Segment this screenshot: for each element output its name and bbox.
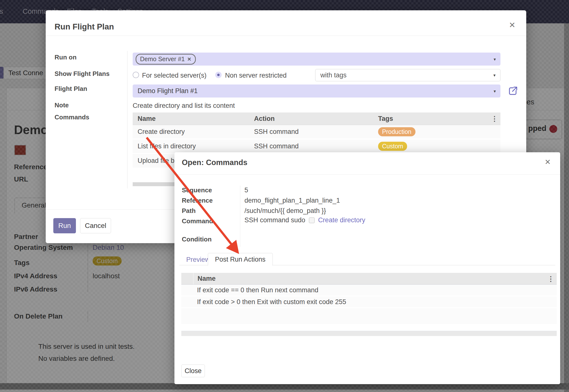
cell-name: List files in directory xyxy=(133,142,254,150)
commands-modal-title: Open: Commands xyxy=(182,158,247,167)
table-header-row: Name ⋮ xyxy=(181,273,557,285)
cell-name: If exit code > 0 then Exit with custom e… xyxy=(181,298,346,306)
cell-tags: Production xyxy=(378,127,486,136)
value-reference: demo_flight_plan_1_plan_line_1 xyxy=(244,197,340,204)
run-on-server-tag-label: Demo Server #1 xyxy=(140,56,185,63)
create-directory-checkbox[interactable] xyxy=(309,217,315,223)
column-header-tags[interactable]: Tags xyxy=(378,115,486,123)
radio-non-server-restricted-label[interactable]: Non server restricted xyxy=(225,72,287,79)
cell-action: SSH command xyxy=(254,128,378,136)
flight-plan-value: Demo Flight Plan #1 xyxy=(138,87,198,95)
table-row[interactable]: Create directory SSH command Production xyxy=(133,125,500,140)
post-run-actions-table: Name ⋮ If exit code == 0 then Run next c… xyxy=(181,273,557,325)
external-link-icon[interactable] xyxy=(507,85,518,97)
label-commands: Commands xyxy=(55,113,89,121)
run-modal-header-divider xyxy=(46,36,526,36)
run-modal-close-icon[interactable]: ✕ xyxy=(509,21,515,29)
with-tags-select[interactable]: with tags ▼ xyxy=(315,69,500,81)
tag-remove-icon[interactable]: ✕ xyxy=(187,56,191,62)
run-on-select[interactable]: Demo Server #1 ✕ ▼ xyxy=(133,53,500,66)
column-header-action[interactable]: Action xyxy=(254,115,378,123)
table-options-icon[interactable]: ⋮ xyxy=(547,275,554,283)
column-header-name[interactable]: Name xyxy=(133,115,254,123)
flight-plan-note-text: Create directory and list its content xyxy=(133,102,235,110)
table-header-row: Name Action Tags ⋮ xyxy=(133,112,500,125)
tab-preview[interactable]: Preview xyxy=(186,256,210,264)
open-commands-modal: Open: Commands ✕ Sequence 5 Reference de… xyxy=(174,152,560,384)
table-options-icon[interactable]: ⋮ xyxy=(491,115,498,123)
commands-modal-close-icon[interactable]: ✕ xyxy=(545,158,551,166)
cell-action: SSH command xyxy=(254,142,378,150)
label-flight-plan: Flight Plan xyxy=(55,85,87,93)
label-sequence: Sequence xyxy=(182,186,212,194)
cell-tags: Custom xyxy=(378,142,486,151)
radio-non-server-restricted[interactable] xyxy=(215,72,222,78)
radio-for-selected-servers[interactable] xyxy=(133,72,139,78)
label-note: Note xyxy=(55,101,69,109)
column-header-name[interactable]: Name xyxy=(194,275,216,282)
tab-post-run-actions[interactable]: Post Run Actions xyxy=(208,253,273,266)
cell-name: If exit code == 0 then Run next command xyxy=(181,286,318,294)
cell-name: Create directory xyxy=(133,128,254,136)
label-condition: Condition xyxy=(182,236,212,243)
table-row[interactable]: If exit code == 0 then Run next command xyxy=(181,285,557,296)
flight-plan-select[interactable]: Demo Flight Plan #1 ▼ xyxy=(133,84,500,98)
run-button[interactable]: Run xyxy=(53,218,76,233)
table-row[interactable]: List files in directory SSH command Cust… xyxy=(133,140,500,154)
run-modal-title: Run Flight Plan xyxy=(55,22,114,31)
form-label-divider xyxy=(127,51,128,188)
commands-label-divider xyxy=(240,185,240,247)
commands-modal-header-divider xyxy=(174,174,560,175)
cancel-button[interactable]: Cancel xyxy=(80,218,111,233)
screen: vers Commands Files Tools Settings Test … xyxy=(0,0,569,392)
tab-post-run-actions-label: Post Run Actions xyxy=(215,256,266,263)
label-path: Path xyxy=(182,207,196,215)
chevron-down-icon[interactable]: ▼ xyxy=(493,57,497,61)
tag-production: Production xyxy=(378,127,415,136)
label-run-on: Run on xyxy=(55,54,77,61)
label-show-flight-plans: Show Flight Plans xyxy=(55,70,110,78)
horizontal-scrollbar[interactable] xyxy=(181,331,557,336)
command-row: SSH command sudo Create directory xyxy=(244,216,365,224)
value-path: /such/much/{{ demo_path }} xyxy=(244,207,326,215)
horizontal-scrollbar[interactable] xyxy=(133,182,174,186)
chevron-down-icon[interactable]: ▼ xyxy=(493,89,497,93)
with-tags-value: with tags xyxy=(320,71,347,79)
tag-custom: Custom xyxy=(378,142,407,151)
table-row[interactable]: If exit code > 0 then Exit with custom e… xyxy=(181,296,557,308)
selector-column xyxy=(181,273,194,284)
label-command: Command xyxy=(182,217,213,225)
run-on-server-tag[interactable]: Demo Server #1 ✕ xyxy=(136,54,196,65)
table-row-empty xyxy=(181,308,557,325)
create-directory-link[interactable]: Create directory xyxy=(318,216,365,224)
value-sequence: 5 xyxy=(244,186,248,194)
value-command: SSH command sudo xyxy=(244,216,305,224)
close-button[interactable]: Close xyxy=(181,364,205,377)
radio-for-selected-servers-label[interactable]: For selected server(s) xyxy=(142,72,207,79)
label-reference: Reference xyxy=(182,197,213,204)
chevron-down-icon[interactable]: ▼ xyxy=(493,73,496,77)
